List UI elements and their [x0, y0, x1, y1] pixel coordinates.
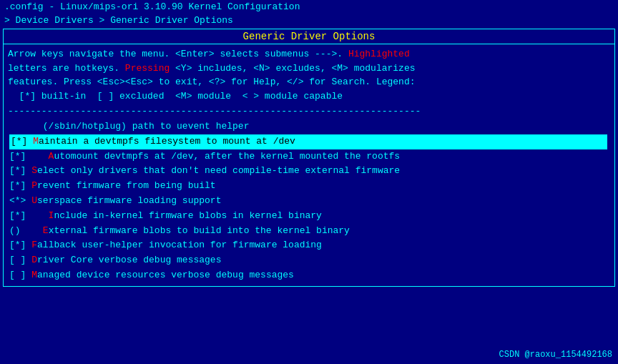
menu-item-external-firmware[interactable]: () External firmware blobs to build into… [8, 224, 610, 239]
menu-item-automount[interactable]: [*] Automount devtmpfs at /dev, after th… [8, 149, 610, 164]
menu-item-uevent[interactable]: (/sbin/hotplug) path to uevent helper [8, 119, 610, 134]
help-line1: Arrow keys navigate the menu. <Enter> se… [8, 47, 610, 62]
hotkey-s: S [31, 165, 37, 176]
title-bar: .config - Linux/mips-ori 3.10.90 Kernel … [0, 0, 618, 14]
menu-item-devtmpfs[interactable]: [*] Maintain a devtmpfs filesystem to mo… [8, 134, 610, 149]
menu-item-select-drivers[interactable]: [*] Select only drivers that don't need … [8, 164, 610, 179]
highlighted-word: Highlighted [348, 49, 410, 59]
main-box: Generic Driver Options Arrow keys naviga… [3, 29, 615, 287]
hotkey-f: F [31, 240, 37, 250]
menu-item-include-firmware[interactable]: [*] Include in-kernel firmware blobs in … [8, 209, 610, 224]
breadcrumb: > Device Drivers > Generic Driver Option… [0, 14, 618, 27]
pressing-word: Pressing [125, 63, 170, 74]
menu-item-userspace-firmware[interactable]: <*> Userspace firmware loading support [8, 194, 610, 209]
hotkey-u: U [31, 195, 37, 206]
menu-item-fallback[interactable]: [*] Fallback user-helper invocation for … [8, 238, 610, 253]
watermark: CSDN @raoxu_1154492168 [499, 350, 612, 360]
selected-item[interactable]: [*] Maintain a devtmpfs filesystem to mo… [9, 134, 607, 149]
terminal: .config - Linux/mips-ori 3.10.90 Kernel … [0, 0, 618, 364]
hotkey-d: D [31, 255, 37, 265]
box-title: Generic Driver Options [4, 29, 614, 44]
content-area: Arrow keys navigate the menu. <Enter> se… [4, 44, 614, 286]
hotkey-p: P [31, 180, 37, 191]
menu-prefix [9, 121, 43, 132]
menu-item-driver-core[interactable]: [ ] Driver Core verbose debug messages [8, 253, 610, 268]
menu-item-prevent-firmware[interactable]: [*] Prevent firmware from being built [8, 179, 610, 194]
hotkey-m: M [33, 136, 39, 147]
hotkey-ma: M [31, 270, 37, 280]
breadcrumb-text: > Device Drivers > Generic Driver Option… [4, 15, 233, 26]
hotkey-i: I [49, 210, 54, 221]
title-text: .config - Linux/mips-ori 3.10.90 Kernel … [4, 1, 300, 12]
hotkey-e: E [43, 225, 49, 236]
help-line2: letters are hotkeys. Pressing <Y> includ… [8, 62, 610, 76]
menu-item-managed-device[interactable]: [ ] Managed device resources verbose deb… [8, 268, 610, 283]
hotkey-a: A [49, 151, 54, 162]
divider: ----------------------------------------… [8, 106, 610, 117]
help-text: Arrow keys navigate the menu. <Enter> se… [8, 47, 610, 103]
help-line4: [*] built-in [ ] excluded <M> module < >… [8, 89, 610, 104]
help-line3: features. Press <Esc><Esc> to exit, <?> … [8, 75, 610, 89]
